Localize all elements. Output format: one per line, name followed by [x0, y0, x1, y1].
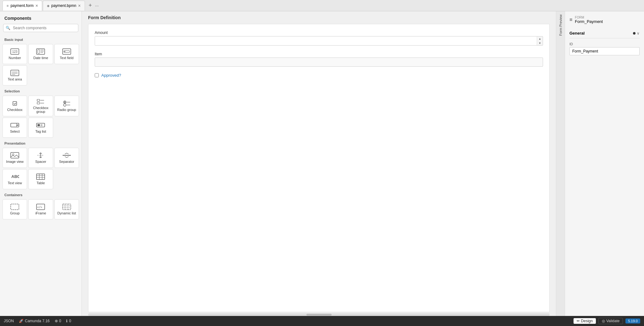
approved-checkbox[interactable]: [95, 73, 99, 77]
design-label: Design: [581, 319, 593, 323]
component-textview-label: Text view: [8, 181, 22, 185]
json-label: JSON: [4, 319, 14, 323]
tab-more-button[interactable]: ···: [95, 3, 99, 8]
component-textfield[interactable]: Text field: [54, 44, 79, 64]
tab-add-button[interactable]: +: [87, 2, 94, 9]
warning-indicator[interactable]: ℹ 0: [66, 319, 71, 323]
bottom-bar: JSON 🚀 Camunda 7.16 ⊗ 0 ℹ 0 ✏ Design ◎ V…: [0, 316, 644, 326]
component-radiogroup[interactable]: Radio group: [54, 96, 79, 116]
svg-rect-15: [37, 99, 40, 101]
tab-close-form[interactable]: ×: [36, 3, 38, 8]
spinner-down[interactable]: ▼: [537, 41, 543, 45]
radiogroup-icon: [62, 100, 71, 107]
component-iframe[interactable]: </> iFrame: [28, 199, 53, 219]
spinner-up[interactable]: ▲: [537, 36, 543, 41]
id-label: ID: [569, 42, 640, 46]
component-textview[interactable]: ABC Text view: [3, 169, 27, 189]
component-datetime-label: Date time: [33, 56, 48, 60]
design-icon: ✏: [577, 319, 580, 323]
form-field-approved: Approved?: [95, 73, 543, 78]
component-textarea[interactable]: Text area: [3, 65, 27, 86]
containers-grid: Group </> iFrame: [0, 198, 81, 221]
component-table-label: Table: [36, 181, 45, 185]
general-section-header[interactable]: General ∨: [569, 28, 640, 38]
component-imageview[interactable]: Image view: [3, 148, 27, 168]
chevron-down-icon: ∨: [637, 31, 640, 36]
tab-payment-form[interactable]: ≡ payment.form ×: [3, 1, 42, 11]
form-field-item: Item: [95, 52, 543, 67]
svg-rect-35: [36, 174, 45, 180]
error-indicator[interactable]: ⊗ 0: [55, 319, 61, 323]
component-iframe-label: iFrame: [35, 211, 46, 215]
rocket-icon: 🚀: [19, 319, 24, 323]
components-panel-title: Components: [0, 11, 81, 24]
component-radiogroup-label: Radio group: [57, 108, 76, 112]
amount-number-input: ▲ ▼: [95, 36, 543, 46]
textview-icon: ABC: [10, 174, 19, 180]
validate-button[interactable]: ◎ Validate: [598, 318, 623, 324]
svg-rect-14: [13, 102, 17, 105]
error-icon: ⊗: [55, 319, 58, 323]
main-layout: Components 🔍 Basic input 123 Number: [0, 11, 644, 316]
tab-payment-bpmn[interactable]: ◈ payment.bpmn ×: [43, 1, 85, 11]
search-input[interactable]: [3, 24, 78, 32]
component-dynamiclist[interactable]: Dynamic list: [54, 199, 79, 219]
components-panel: Components 🔍 Basic input 123 Number: [0, 11, 82, 316]
warning-icon: ℹ: [66, 319, 68, 323]
imageview-icon: [10, 152, 19, 158]
form-preview-label: Form Preview: [559, 14, 563, 36]
camunda-label: Camunda 7.16: [25, 319, 50, 323]
svg-rect-29: [11, 152, 19, 158]
svg-rect-27: [37, 124, 40, 126]
form-tab-icon: ≡: [7, 4, 8, 8]
component-number[interactable]: 123 Number: [3, 44, 27, 64]
component-taglist[interactable]: Tag list: [28, 118, 53, 138]
approved-checkbox-row: Approved?: [95, 73, 543, 78]
form-preview-tab[interactable]: Form Preview: [556, 11, 565, 316]
form-definition-header: Form Definition: [82, 11, 556, 24]
id-input[interactable]: [569, 47, 640, 55]
validate-label: Validate: [606, 319, 619, 323]
svg-rect-40: [11, 204, 19, 210]
camunda-version[interactable]: 🚀 Camunda 7.16: [19, 319, 50, 323]
approved-label: Approved?: [101, 73, 121, 78]
component-select[interactable]: Select: [3, 118, 27, 138]
component-dynamiclist-label: Dynamic list: [57, 211, 76, 215]
properties-form-icon: ≡: [569, 17, 572, 23]
component-group-label: Group: [10, 211, 20, 215]
presentation-grid: Image view Spacer: [0, 146, 81, 191]
error-count: 0: [59, 319, 61, 323]
component-spacer[interactable]: Spacer: [28, 148, 53, 168]
design-button[interactable]: ✏ Design: [574, 318, 596, 324]
item-input-field[interactable]: [95, 58, 543, 67]
section-label-selection: Selection: [0, 87, 81, 94]
svg-rect-3: [38, 50, 40, 53]
component-spacer-label: Spacer: [35, 160, 46, 163]
properties-content: ≡ FORM Form_Payment General ∨ ID: [565, 11, 644, 316]
component-checkbox[interactable]: Checkbox: [3, 96, 27, 116]
validate-icon: ◎: [602, 319, 605, 323]
component-imageview-label: Image view: [6, 160, 24, 163]
svg-rect-10: [11, 70, 19, 76]
svg-text:ABC: ABC: [11, 174, 19, 179]
taglist-icon: [36, 122, 45, 128]
form-area: Form Definition Amount ▲ ▼ Item: [82, 11, 556, 316]
component-separator[interactable]: Separator: [54, 148, 79, 168]
datetime-icon: [36, 48, 45, 55]
svg-point-22: [64, 104, 66, 106]
section-label-containers: Containers: [0, 191, 81, 198]
svg-point-30: [13, 154, 14, 155]
components-scroll: Basic input 123 Number: [0, 35, 81, 316]
number-spinners: ▲ ▼: [537, 36, 543, 45]
select-icon: [10, 122, 19, 128]
json-button[interactable]: JSON: [4, 319, 14, 323]
tab-close-bpmn[interactable]: ×: [78, 3, 81, 8]
version-badge: 5.19.0: [625, 318, 640, 323]
component-group[interactable]: Group: [3, 199, 27, 219]
component-checkboxgroup[interactable]: Checkbox group: [28, 96, 53, 116]
component-datetime[interactable]: Date time: [28, 44, 53, 64]
amount-input-field[interactable]: [95, 36, 537, 45]
svg-text:</>: </>: [37, 206, 42, 209]
warning-count: 0: [69, 319, 71, 323]
component-table[interactable]: Table: [28, 169, 53, 189]
